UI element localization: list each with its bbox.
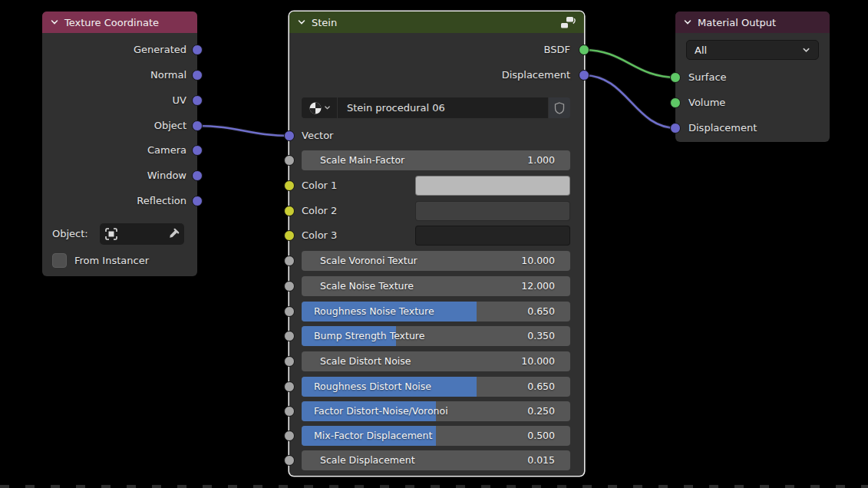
socket-input-roughness-noise[interactable] <box>284 306 295 317</box>
slider-value: 0.250 <box>527 401 555 421</box>
input-label-color3: Color 3 <box>302 228 337 243</box>
socket-input-color1[interactable] <box>284 180 295 191</box>
output-label-normal: Normal <box>150 68 186 83</box>
shield-icon <box>554 102 565 114</box>
node-material-output: Material Output All Surface Volume Displ… <box>675 12 830 142</box>
chevron-down-icon <box>324 104 331 111</box>
slider-bump-strength-texture[interactable]: Bump Strength Texture 0.350 <box>302 326 570 346</box>
object-field-label: Object: <box>52 226 88 242</box>
input-label-vector: Vector <box>302 128 333 143</box>
slider-value: 0.650 <box>527 377 555 397</box>
slider-roughness-distort-noise[interactable]: Roughness Distort Noise 0.650 <box>302 377 570 397</box>
field-scale-noise-texture[interactable]: Scale Noise Texture 12.000 <box>302 276 570 296</box>
field-value: 10.000 <box>521 251 555 271</box>
socket-output-window[interactable] <box>192 170 203 181</box>
collapse-chevron-icon[interactable] <box>683 18 692 27</box>
output-label-generated: Generated <box>134 42 186 58</box>
socket-output-displacement[interactable] <box>579 70 589 81</box>
group-name-field[interactable]: Stein procedural 06 <box>338 97 548 118</box>
socket-input-surface[interactable] <box>670 72 681 83</box>
field-scale-distort-noise[interactable]: Scale Distort Noise 10.000 <box>302 351 570 371</box>
group-datablock-dropdown[interactable] <box>302 97 337 118</box>
socket-input-volume[interactable] <box>670 97 681 108</box>
node-stein-group: Stein BSDF Displacement Stein procedural… <box>289 12 584 476</box>
socket-input-vector[interactable] <box>284 130 295 141</box>
field-label: Scale Main-Factor <box>320 150 404 170</box>
color-swatch-color1[interactable] <box>415 176 570 196</box>
socket-output-generated[interactable] <box>192 45 203 55</box>
slider-label: Bump Strength Texture <box>314 326 424 346</box>
field-scale-displacement[interactable]: Scale Displacement 0.015 <box>302 450 570 470</box>
eyedropper-icon[interactable] <box>167 228 180 240</box>
node-header-material-output[interactable]: Material Output <box>675 12 830 33</box>
socket-input-scale-main-factor[interactable] <box>284 155 295 166</box>
node-title: Texture Coordinate <box>64 17 159 28</box>
slider-value: 0.650 <box>527 302 555 321</box>
output-label-reflection: Reflection <box>137 193 186 209</box>
output-label-window: Window <box>147 168 186 183</box>
slider-label: Roughness Distort Noise <box>314 377 431 397</box>
socket-input-mix-factor[interactable] <box>284 430 295 441</box>
socket-input-color2[interactable] <box>284 206 295 216</box>
socket-output-uv[interactable] <box>192 95 203 106</box>
field-value: 12.000 <box>521 276 555 296</box>
object-icon <box>104 227 118 241</box>
node-texture-coordinate: Texture Coordinate Generated Normal UV O… <box>42 12 197 276</box>
field-value: 0.015 <box>527 450 555 470</box>
wire-displacement-to-displacement <box>583 75 677 128</box>
node-title: Stein <box>312 17 337 28</box>
input-label-displacement: Displacement <box>688 120 757 136</box>
output-label-displacement: Displacement <box>502 68 570 83</box>
field-label: Scale Displacement <box>320 450 415 470</box>
collapse-chevron-icon[interactable] <box>297 18 306 27</box>
object-picker-field[interactable] <box>100 223 184 245</box>
field-value: 10.000 <box>521 351 555 371</box>
from-instancer-label: From Instancer <box>74 253 149 269</box>
socket-input-scale-noise[interactable] <box>284 281 295 292</box>
wire-bsdf-to-surface <box>583 50 677 77</box>
socket-input-roughness-distort[interactable] <box>284 381 295 392</box>
dropdown-value: All <box>695 45 707 56</box>
field-scale-main-factor[interactable]: Scale Main-Factor 1.000 <box>302 150 570 170</box>
socket-input-color3[interactable] <box>284 230 295 241</box>
socket-output-object[interactable] <box>192 120 203 131</box>
node-group-selector: Stein procedural 06 <box>302 97 570 118</box>
node-header-texture-coordinate[interactable]: Texture Coordinate <box>42 12 197 33</box>
socket-output-camera[interactable] <box>192 145 203 156</box>
node-group-icon[interactable] <box>560 16 576 29</box>
socket-input-scale-voronoi[interactable] <box>284 256 295 266</box>
color-swatch-color2[interactable] <box>415 201 570 221</box>
fake-user-shield-button[interactable] <box>549 97 570 118</box>
slider-label: Factor Distort-Noise/Voronoi <box>314 401 448 421</box>
socket-input-displacement[interactable] <box>670 123 681 134</box>
socket-input-scale-distort[interactable] <box>284 356 295 367</box>
output-label-uv: UV <box>173 93 186 108</box>
field-label: Scale Voronoi Textur <box>320 251 417 271</box>
color-swatch-color3[interactable] <box>415 226 570 246</box>
input-label-surface: Surface <box>688 70 727 85</box>
from-instancer-checkbox[interactable] <box>52 253 67 268</box>
socket-input-factor-distort[interactable] <box>284 406 295 417</box>
input-label-color2: Color 2 <box>302 203 337 219</box>
node-editor-canvas[interactable]: { "editor": {"background": "#000000"}, "… <box>0 0 868 488</box>
socket-input-scale-displacement[interactable] <box>284 455 295 466</box>
socket-input-bump-strength[interactable] <box>284 331 295 341</box>
field-label: Scale Distort Noise <box>320 351 411 371</box>
nodetree-icon <box>309 101 322 115</box>
input-label-volume: Volume <box>688 95 725 110</box>
output-label-object: Object <box>154 118 186 134</box>
field-label: Scale Noise Texture <box>320 276 414 296</box>
collapse-chevron-icon[interactable] <box>50 18 59 27</box>
field-value: 1.000 <box>527 150 555 170</box>
slider-factor-distort-noise-voronoi[interactable]: Factor Distort-Noise/Voronoi 0.250 <box>302 401 570 421</box>
socket-output-bsdf[interactable] <box>579 45 589 55</box>
output-label-camera: Camera <box>147 143 186 158</box>
slider-mix-factor-displacement[interactable]: Mix-Factor Displacement 0.500 <box>302 426 570 446</box>
node-header-stein[interactable]: Stein <box>289 12 584 33</box>
socket-output-normal[interactable] <box>192 70 203 81</box>
render-target-dropdown[interactable]: All <box>686 40 819 60</box>
node-title: Material Output <box>698 17 776 28</box>
slider-roughness-noise-texture[interactable]: Roughness Noise Texture 0.650 <box>302 302 570 321</box>
socket-output-reflection[interactable] <box>192 196 203 206</box>
field-scale-voronoi-texture[interactable]: Scale Voronoi Textur 10.000 <box>302 251 570 271</box>
